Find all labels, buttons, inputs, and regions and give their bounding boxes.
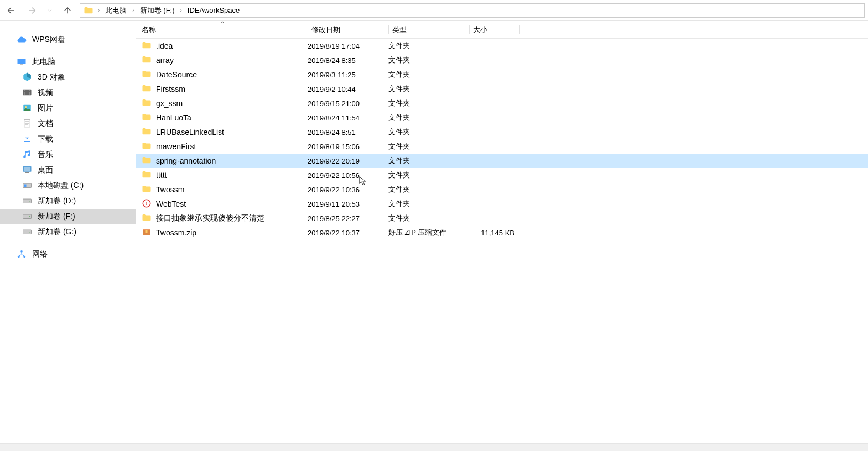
file-row[interactable]: Twossm 2019/9/22 10:36 文件夹 — [136, 182, 868, 197]
svg-rect-6 — [30, 90, 31, 91]
arrow-right-icon — [27, 6, 37, 15]
up-button[interactable] — [61, 4, 74, 17]
svg-rect-16 — [24, 167, 30, 171]
svg-point-21 — [29, 201, 30, 202]
svg-point-23 — [29, 216, 30, 217]
zip-icon — [142, 227, 152, 239]
sidebar-item[interactable]: 文档 — [0, 116, 136, 132]
file-row[interactable]: mawenFirst 2019/8/19 15:06 文件夹 — [136, 139, 868, 154]
file-row[interactable]: Twossm.zip 2019/9/22 10:37 好压 ZIP 压缩文件 1… — [136, 226, 868, 240]
svg-rect-17 — [25, 172, 29, 173]
file-date: 2019/8/25 22:27 — [308, 214, 388, 223]
file-type: 文件夹 — [388, 156, 469, 166]
sidebar-item[interactable]: 3D 对象 — [0, 70, 136, 85]
sidebar-item[interactable]: 新加卷 (G:) — [0, 224, 136, 240]
sidebar-item[interactable]: 桌面 — [0, 162, 136, 178]
svg-rect-19 — [24, 184, 27, 187]
file-type: 文件夹 — [388, 141, 469, 151]
file-row[interactable]: Firstssm 2019/9/2 10:44 文件夹 — [136, 82, 868, 96]
file-type: 文件夹 — [388, 70, 469, 80]
sidebar-label: 桌面 — [38, 165, 53, 175]
file-type: 文件夹 — [388, 113, 469, 123]
breadcrumb-item[interactable]: IDEAworkSpace — [185, 5, 242, 15]
sidebar-label: WPS网盘 — [32, 35, 65, 45]
svg-rect-4 — [24, 92, 25, 93]
breadcrumb-item[interactable]: 此电脑 — [103, 4, 129, 17]
recent-dropdown[interactable] — [46, 4, 53, 17]
back-button[interactable] — [4, 4, 18, 17]
sidebar-item[interactable]: 新加卷 (F:) — [0, 209, 136, 224]
sidebar-item[interactable]: 音乐 — [0, 147, 136, 162]
column-header-type[interactable]: 类型 — [389, 25, 469, 35]
folder-icon — [142, 127, 152, 138]
sidebar-label: 本地磁盘 (C:) — [38, 181, 84, 191]
sidebar-label: 音乐 — [38, 150, 53, 160]
column-headers: ⌃ 名称 修改日期 类型 大小 — [136, 21, 868, 39]
folder-icon — [142, 155, 152, 167]
folder-icon — [142, 112, 152, 124]
file-date: 2019/9/2 10:44 — [308, 85, 388, 93]
sidebar-item[interactable]: 下载 — [0, 132, 136, 147]
file-row[interactable]: DateSource 2019/9/3 11:25 文件夹 — [136, 67, 868, 82]
file-name: Twossm.zip — [156, 228, 196, 237]
sidebar-item-thispc[interactable]: 此电脑 — [0, 54, 136, 70]
folder-icon — [142, 83, 152, 95]
pictures-icon — [22, 103, 32, 114]
file-type: 文件夹 — [388, 213, 469, 223]
sidebar-item[interactable]: 本地磁盘 (C:) — [0, 178, 136, 193]
forward-button[interactable] — [25, 4, 39, 17]
file-date: 2019/8/24 8:51 — [308, 128, 388, 137]
folder-icon — [142, 170, 152, 181]
file-row[interactable]: ttttt 2019/9/22 10:56 文件夹 — [136, 168, 868, 182]
file-date: 2019/9/11 20:53 — [308, 200, 388, 208]
file-name: gx_ssm — [156, 99, 183, 108]
sidebar-item[interactable]: 新加卷 (D:) — [0, 193, 136, 209]
chevron-right-icon: › — [131, 7, 135, 13]
sidebar-label: 新加卷 (F:) — [38, 212, 75, 222]
file-row[interactable]: !WebTest 2019/9/11 20:53 文件夹 — [136, 197, 868, 211]
breadcrumb[interactable]: › 此电脑 › 新加卷 (F:) › IDEAworkSpace — [80, 3, 865, 18]
file-list: .idea 2019/8/19 17:04 文件夹 array 2019/8/2… — [136, 39, 868, 240]
folder-icon — [142, 98, 152, 109]
file-row[interactable]: spring-annotation 2019/9/22 20:19 文件夹 — [136, 154, 868, 168]
file-name: HanLuoTa — [156, 113, 191, 122]
sidebar-item-network[interactable]: 网络 — [0, 247, 136, 262]
svg-rect-5 — [24, 93, 25, 95]
file-row[interactable]: 接口抽象继承实现傻傻分不清楚 2019/8/25 22:27 文件夹 — [136, 211, 868, 226]
monitor-icon — [17, 57, 27, 67]
file-name: WebTest — [156, 200, 186, 208]
file-date: 2019/9/3 11:25 — [308, 71, 388, 79]
file-row[interactable]: gx_ssm 2019/9/15 21:00 文件夹 — [136, 96, 868, 111]
sidebar-label: 网络 — [32, 249, 48, 259]
sidebar-item[interactable]: 视频 — [0, 85, 136, 101]
content: WPS网盘 此电脑 3D 对象视频图片文档下载音乐桌面本地磁盘 (C:)新加卷 … — [0, 21, 868, 451]
3d-icon — [22, 72, 32, 83]
folder-icon — [142, 40, 152, 52]
svg-point-26 — [20, 250, 23, 253]
sidebar-item[interactable]: 图片 — [0, 101, 136, 116]
file-name: 接口抽象继承实现傻傻分不清楚 — [156, 213, 264, 223]
file-date: 2019/8/19 15:06 — [308, 143, 388, 151]
svg-rect-7 — [30, 92, 31, 93]
column-header-date[interactable]: 修改日期 — [308, 25, 388, 35]
sidebar-label: 视频 — [38, 88, 53, 98]
network-icon — [17, 249, 27, 259]
file-type: 文件夹 — [388, 199, 469, 209]
sort-indicator-icon: ⌃ — [220, 20, 225, 27]
scrollbar-horizontal[interactable] — [0, 443, 868, 451]
sidebar-label: 此电脑 — [32, 57, 55, 67]
file-type: 文件夹 — [388, 98, 469, 108]
file-row[interactable]: HanLuoTa 2019/8/24 11:54 文件夹 — [136, 111, 868, 125]
column-header-size[interactable]: 大小 — [470, 25, 519, 35]
file-row[interactable]: .idea 2019/8/19 17:04 文件夹 — [136, 39, 868, 53]
breadcrumb-item[interactable]: 新加卷 (F:) — [138, 4, 177, 17]
file-name: DateSource — [156, 70, 197, 79]
sidebar-label: 新加卷 (D:) — [38, 196, 76, 206]
svg-rect-0 — [18, 59, 26, 64]
file-row[interactable]: LRUBaseLinkedList 2019/8/24 8:51 文件夹 — [136, 125, 868, 139]
file-name: mawenFirst — [156, 142, 196, 151]
file-name: spring-annotation — [156, 156, 216, 165]
file-row[interactable]: array 2019/8/24 8:35 文件夹 — [136, 53, 868, 67]
folder-icon — [142, 141, 152, 153]
sidebar-item-wps[interactable]: WPS网盘 — [0, 32, 136, 48]
